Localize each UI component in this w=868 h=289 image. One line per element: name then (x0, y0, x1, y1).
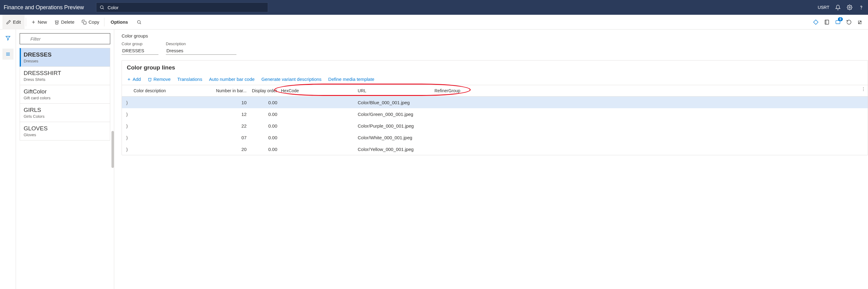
col-hex[interactable]: HexCode (279, 88, 356, 93)
edit-button[interactable]: Edit (2, 15, 25, 30)
cell-disporder[interactable]: 0.00 (248, 147, 279, 152)
office-icon[interactable] (824, 19, 830, 25)
options-label: Options (111, 19, 128, 25)
popout-icon[interactable] (857, 19, 863, 25)
row-marker: ) (124, 100, 132, 105)
genvar-button[interactable]: Generate variant descriptions (261, 77, 321, 82)
list-rail-button[interactable] (2, 49, 13, 60)
col-numbar[interactable]: Number in bar... (206, 88, 248, 93)
svg-point-21 (863, 89, 864, 89)
cell-disporder[interactable]: 0.00 (248, 135, 279, 140)
cell-url[interactable]: Color/Blue_000_001.jpeg (356, 100, 433, 105)
cell-disporder[interactable]: 0.00 (248, 112, 279, 117)
translations-button[interactable]: Translations (178, 77, 202, 82)
col-url[interactable]: URL (356, 88, 433, 93)
trash-icon (54, 20, 59, 25)
new-button[interactable]: New (27, 15, 51, 30)
col-colordesc[interactable]: Color description (132, 88, 206, 93)
list-item-desc: Gloves (24, 133, 106, 137)
list-item-desc: Dress Shirts (24, 77, 106, 82)
svg-point-2 (849, 7, 850, 8)
lines-grid: Color description Number in bar... Displ… (122, 85, 868, 155)
cell-numbar[interactable]: 10 (206, 100, 248, 105)
list-item[interactable]: GIRLSGirls Colors (20, 104, 110, 122)
cell-url[interactable]: Color/White_000_001.jpeg (356, 135, 433, 140)
options-button[interactable]: Options (105, 15, 133, 30)
edit-label: Edit (13, 19, 21, 25)
copy-icon (82, 20, 87, 25)
copy-button[interactable]: Copy (78, 15, 103, 30)
svg-point-22 (863, 90, 864, 91)
description-label: Description (166, 41, 237, 46)
autonum-button[interactable]: Auto number bar code (209, 77, 254, 82)
plus-icon (31, 20, 36, 25)
cell-numbar[interactable]: 12 (206, 112, 248, 117)
table-row[interactable]: )100.00Color/Blue_000_001.jpeg (122, 96, 868, 108)
table-row[interactable]: )200.00Color/Yellow_000_001.jpeg (122, 143, 868, 155)
colorgroup-value[interactable]: DRESSES (122, 47, 158, 55)
list-icon (5, 51, 11, 57)
new-label: New (38, 19, 47, 25)
cell-numbar[interactable]: 07 (206, 135, 248, 140)
cell-url[interactable]: Color/Yellow_000_001.jpeg (356, 147, 433, 152)
row-marker: ) (124, 147, 132, 152)
search-action[interactable] (133, 15, 145, 30)
list-item[interactable]: GLOVESGloves (20, 122, 110, 141)
scrollbar[interactable] (112, 131, 114, 168)
search-box[interactable]: Color (96, 2, 268, 12)
list-item-title: DRESSES (24, 51, 106, 58)
svg-point-20 (863, 87, 864, 88)
colorgroup-label: Color group (122, 41, 158, 46)
list-panel: DRESSESDressesDRESSSHIRTDress ShirtsGift… (16, 30, 114, 289)
attach-icon[interactable] (813, 19, 819, 25)
gear-icon[interactable] (846, 4, 852, 10)
translations-label: Translations (178, 77, 202, 82)
table-row[interactable]: )120.00Color/Green_000_001.jpeg (122, 108, 868, 120)
cell-numbar[interactable]: 22 (206, 123, 248, 128)
add-line-button[interactable]: Add (127, 77, 141, 82)
bell-icon[interactable] (835, 4, 841, 10)
topbar: Finance and Operations Preview Color USR… (0, 0, 868, 15)
description-value[interactable]: Dresses (166, 47, 237, 55)
help-icon[interactable] (858, 4, 864, 10)
table-row[interactable]: )070.00Color/White_000_001.jpeg (122, 132, 868, 143)
refresh-icon[interactable] (846, 19, 852, 25)
notifications-badge[interactable]: 0 (835, 19, 841, 25)
add-label: Add (133, 77, 141, 82)
autonum-label: Auto number bar code (209, 77, 254, 82)
search-text: Color (107, 5, 119, 10)
search-icon (99, 5, 104, 10)
genvar-label: Generate variant descriptions (261, 77, 321, 82)
row-marker: ) (124, 135, 132, 140)
user-code[interactable]: USRT (818, 5, 829, 10)
col-disporder[interactable]: Display order (248, 88, 279, 93)
funnel-icon (5, 35, 11, 41)
remove-line-button[interactable]: Remove (148, 77, 171, 82)
list-item[interactable]: GiftColorGift card colors (20, 85, 110, 104)
cell-numbar[interactable]: 20 (206, 147, 248, 152)
delete-button[interactable]: Delete (51, 15, 78, 30)
pencil-icon (6, 20, 11, 25)
svg-point-3 (861, 9, 862, 9)
list-item-desc: Dresses (24, 59, 106, 63)
cell-url[interactable]: Color/Purple_000_001.jpeg (356, 123, 433, 128)
svg-point-7 (137, 20, 140, 23)
svg-rect-6 (84, 22, 86, 24)
filter-input[interactable] (20, 33, 110, 44)
row-marker: ) (124, 123, 132, 128)
cell-url[interactable]: Color/Green_000_001.jpeg (356, 112, 433, 117)
filter-rail-button[interactable] (2, 33, 13, 44)
list-item-title: GIRLS (24, 107, 106, 113)
cell-disporder[interactable]: 0.00 (248, 123, 279, 128)
cell-disporder[interactable]: 0.00 (248, 100, 279, 105)
svg-line-1 (103, 8, 104, 9)
list-item[interactable]: DRESSSHIRTDress Shirts (20, 67, 110, 85)
list-item-desc: Girls Colors (24, 114, 106, 119)
app-title: Finance and Operations Preview (4, 4, 84, 11)
col-refiner[interactable]: RefinerGroup (433, 88, 479, 93)
table-row[interactable]: )220.00Color/Purple_000_001.jpeg (122, 120, 868, 132)
grid-more-icon[interactable] (861, 87, 866, 92)
remove-label: Remove (154, 77, 171, 82)
media-button[interactable]: Define media template (328, 77, 374, 82)
list-item[interactable]: DRESSESDresses (20, 48, 110, 67)
